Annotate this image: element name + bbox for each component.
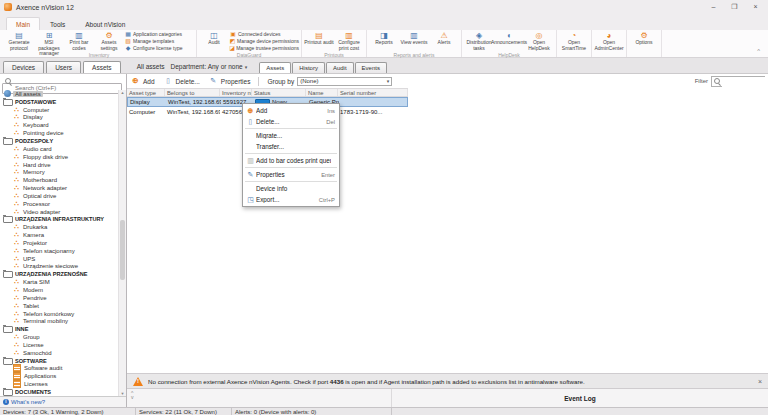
- context-menu-item[interactable]: Add Ins: [243, 105, 339, 116]
- context-menu-item[interactable]: Add to bar codes print queue: [243, 155, 339, 166]
- tree-item[interactable]: UPS: [0, 255, 118, 263]
- ribbon-tab[interactable]: About nVision: [75, 17, 135, 30]
- tree-item[interactable]: INNE: [0, 325, 118, 333]
- ribbon-button[interactable]: Open SmartTime: [559, 31, 589, 52]
- ribbon-button[interactable]: Manage device permissions: [229, 38, 299, 45]
- column-header[interactable]: Name: [306, 89, 338, 96]
- restore-icon[interactable]: [730, 2, 739, 12]
- tree-item[interactable]: Urządzenie sieciowe: [0, 263, 118, 271]
- tree-item[interactable]: Terminal mobilny: [0, 317, 118, 325]
- tree-item[interactable]: Keyboard: [0, 121, 118, 129]
- tree-item[interactable]: PODZESPOŁY: [0, 137, 118, 145]
- asset-sub-tab[interactable]: Audit: [326, 62, 354, 73]
- whats-new-link[interactable]: i What's new?: [0, 396, 126, 407]
- ribbon-button[interactable]: Configure license type: [124, 45, 194, 52]
- asset-sub-tab[interactable]: History: [292, 62, 325, 73]
- tree-item[interactable]: Telefon komórkowy: [0, 310, 118, 318]
- ribbon-button[interactable]: Configure print cost: [334, 31, 364, 52]
- tree-item[interactable]: Computer: [0, 106, 118, 114]
- scroll-up-icon[interactable]: ▲: [120, 90, 125, 95]
- column-header[interactable]: Inventory num: [220, 89, 252, 96]
- scrollbar-thumb[interactable]: [120, 220, 125, 280]
- sidebar-scrollbar[interactable]: ▲ ▼: [118, 90, 126, 396]
- ribbon-button[interactable]: Manage templates: [124, 38, 194, 45]
- ribbon-button[interactable]: Application categories: [124, 31, 194, 38]
- ribbon-button[interactable]: Options: [629, 31, 659, 52]
- context-menu-item[interactable]: Export... Ctrl+P: [243, 194, 339, 205]
- tree-item[interactable]: Audio card: [0, 145, 118, 153]
- tree-item[interactable]: Video adapter: [0, 208, 118, 216]
- column-header[interactable]: Belongs to: [165, 89, 220, 96]
- ribbon-tab[interactable]: Tools: [40, 17, 75, 30]
- tree-item[interactable]: DOCUMENTS: [0, 388, 118, 396]
- ribbon-button[interactable]: Manage trustee permissions: [229, 45, 299, 52]
- ribbon-button[interactable]: Reports: [369, 31, 399, 52]
- event-log-panel[interactable]: Event Log: [391, 389, 768, 407]
- notification-close-icon[interactable]: [752, 378, 762, 385]
- ribbon-button[interactable]: Generate protocol: [4, 31, 34, 52]
- context-menu-item[interactable]: Migrate...: [243, 130, 339, 141]
- tree-item[interactable]: Modem: [0, 286, 118, 294]
- filter-input[interactable]: [722, 77, 766, 88]
- ribbon-button[interactable]: View events: [399, 31, 429, 52]
- ribbon-button[interactable]: Open HelpDesk: [524, 31, 554, 52]
- ribbon-button[interactable]: Open AdminCenter: [594, 31, 624, 52]
- column-header[interactable]: Asset type: [127, 89, 165, 96]
- view-tab[interactable]: Assets: [83, 61, 121, 73]
- tree-item[interactable]: Pointing device: [0, 129, 118, 137]
- ribbon-button[interactable]: Announcements: [494, 31, 524, 52]
- context-menu-item[interactable]: Delete... Del: [243, 116, 339, 127]
- tree-item[interactable]: Group: [0, 333, 118, 341]
- tree-item[interactable]: License: [0, 341, 118, 349]
- tree-item[interactable]: SOFTWARE: [0, 357, 118, 365]
- delete-button[interactable]: Delete...: [163, 77, 200, 85]
- ribbon-button[interactable]: Assets settings: [94, 31, 124, 52]
- tree-item[interactable]: URZĄDZENIA PRZENOŚNE: [0, 270, 118, 278]
- ribbon-tab[interactable]: Main: [6, 17, 40, 30]
- context-menu-item[interactable]: [245, 167, 337, 168]
- tree-item[interactable]: Applications: [0, 372, 118, 380]
- close-icon[interactable]: [751, 2, 760, 12]
- tree-item[interactable]: Memory: [0, 168, 118, 176]
- tree-item[interactable]: All assets: [0, 90, 118, 98]
- tree-item[interactable]: Tablet: [0, 302, 118, 310]
- ribbon-button[interactable]: Distribution tasks: [464, 31, 494, 52]
- context-menu-item[interactable]: Transfer...: [243, 141, 339, 152]
- tree-item[interactable]: Projektor: [0, 239, 118, 247]
- ribbon-button[interactable]: Connected devices: [229, 31, 299, 38]
- tree-item[interactable]: Licenses: [0, 380, 118, 388]
- ribbon-collapse-icon[interactable]: ^: [757, 48, 760, 54]
- tree-item[interactable]: Hard drive: [0, 161, 118, 169]
- ribbon-button[interactable]: Audit: [199, 31, 229, 52]
- ribbon-button[interactable]: Print bar codes: [64, 31, 94, 52]
- properties-button[interactable]: Properties: [208, 77, 251, 85]
- tree-item[interactable]: PODSTAWOWE: [0, 98, 118, 106]
- panel-expander-icon[interactable]: ^v: [131, 391, 134, 399]
- context-menu-item[interactable]: [245, 181, 337, 182]
- context-menu-item[interactable]: Device info: [243, 183, 339, 194]
- context-menu-item[interactable]: Properties Enter: [243, 169, 339, 180]
- context-menu-item[interactable]: [245, 153, 337, 154]
- tree-item[interactable]: Floppy disk drive: [0, 153, 118, 161]
- tree-item[interactable]: Samochód: [0, 349, 118, 357]
- asset-sub-tab[interactable]: Assets: [259, 62, 291, 73]
- tree-item[interactable]: Processor: [0, 200, 118, 208]
- tree-item[interactable]: Display: [0, 114, 118, 122]
- ribbon-button[interactable]: Alerts: [429, 31, 459, 52]
- tree-item[interactable]: Drukarka: [0, 223, 118, 231]
- column-header[interactable]: Status: [252, 89, 306, 96]
- add-button[interactable]: Add: [130, 77, 155, 85]
- context-menu-item[interactable]: [245, 128, 337, 129]
- tree-item[interactable]: Motherboard: [0, 176, 118, 184]
- column-header[interactable]: Serial number: [338, 89, 408, 96]
- department-filter-dropdown[interactable]: Department: Any or none: [170, 63, 247, 70]
- tree-item[interactable]: Karta SIM: [0, 278, 118, 286]
- ribbon-button[interactable]: MSI packages manager: [34, 31, 64, 52]
- tree-item[interactable]: Pendrive: [0, 294, 118, 302]
- ribbon-button[interactable]: Printout audit: [304, 31, 334, 52]
- group-by-dropdown[interactable]: (None): [297, 77, 392, 86]
- minimize-icon[interactable]: [709, 2, 718, 12]
- view-tab[interactable]: Devices: [3, 61, 44, 73]
- tree-item[interactable]: Optical drive: [0, 192, 118, 200]
- view-tab[interactable]: Users: [46, 61, 81, 73]
